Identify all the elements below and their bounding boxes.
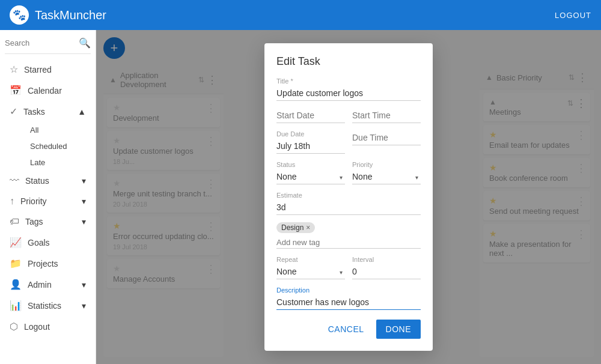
star-icon: ☆ (10, 64, 18, 75)
repeat-interval-row: Repeat None Daily Weekly Monthly ▾ (276, 256, 421, 287)
goals-icon: 📈 (10, 237, 22, 248)
edit-task-dialog: Edit Task Title * (264, 43, 433, 351)
sidebar-item-scheduled[interactable]: Scheduled (25, 138, 96, 154)
sidebar-item-label: Projects (28, 259, 58, 268)
interval-label: Interval (352, 256, 421, 263)
sidebar-item-calendar[interactable]: 📅 Calendar (0, 80, 96, 101)
sidebar-sub-label: Scheduled (30, 142, 67, 151)
sidebar: 🔍 ☆ Starred 📅 Calendar ✓ Tasks ▲ All Sch… (0, 30, 96, 364)
search-bar[interactable]: 🔍 (5, 37, 91, 54)
sidebar-item-label: Tags (25, 217, 43, 226)
priority-field: Priority None Low Medium High ▾ (352, 161, 421, 184)
due-row: Due Date (276, 130, 421, 161)
repeat-field: Repeat None Daily Weekly Monthly ▾ (276, 256, 345, 279)
layout: 🔍 ☆ Starred 📅 Calendar ✓ Tasks ▲ All Sch… (0, 30, 601, 364)
interval-input[interactable] (352, 264, 421, 279)
projects-icon: 📁 (10, 258, 22, 269)
tasks-icon: ✓ (10, 106, 17, 117)
sidebar-item-goals[interactable]: 📈 Goals (0, 232, 96, 253)
due-date-input[interactable] (276, 139, 345, 154)
chevron-down-icon: ▾ (82, 280, 86, 290)
interval-field: Interval (352, 256, 421, 279)
repeat-select[interactable]: None Daily Weekly Monthly (276, 264, 345, 279)
start-time-input[interactable] (352, 108, 421, 123)
statistics-icon: 📊 (10, 300, 22, 311)
sidebar-item-tags[interactable]: 🏷 Tags ▾ (0, 211, 96, 232)
title-input[interactable] (276, 86, 421, 101)
priority-select[interactable]: None Low Medium High (352, 169, 421, 184)
description-input[interactable] (276, 295, 421, 310)
start-date-input[interactable] (276, 108, 345, 123)
estimate-label: Estimate (276, 192, 421, 199)
sidebar-item-projects[interactable]: 📁 Projects (0, 253, 96, 274)
start-time-field (352, 108, 421, 123)
sidebar-item-label: Tasks (23, 107, 45, 117)
title-field: Title * (276, 77, 421, 101)
sidebar-item-tasks[interactable]: ✓ Tasks ▲ (0, 101, 96, 122)
tag-design: Design × (276, 222, 315, 233)
description-label: Description (276, 287, 421, 294)
navbar-left: 🐾 TaskMuncher (10, 5, 106, 25)
tag-list: Design × (276, 222, 421, 233)
tags-icon: 🏷 (10, 216, 19, 227)
sidebar-item-late[interactable]: Late (25, 154, 96, 171)
app-logo: 🐾 (10, 5, 29, 25)
cancel-button[interactable]: CANCEL (321, 320, 371, 339)
logout-button[interactable]: LOGOUT (555, 11, 591, 20)
title-label: Title * (276, 77, 421, 85)
sidebar-item-all[interactable]: All (25, 122, 96, 138)
sidebar-item-priority[interactable]: ↑ Priority ▾ (0, 191, 96, 211)
due-date-field: Due Date (276, 130, 345, 154)
chevron-down-icon: ▾ (82, 217, 86, 226)
tags-area: Design × (276, 222, 421, 249)
sidebar-sub-label: Late (30, 158, 45, 167)
sidebar-item-label: Logout (24, 322, 50, 332)
tasks-submenu: All Scheduled Late (0, 122, 96, 171)
tag-remove-icon[interactable]: × (306, 223, 310, 232)
chevron-down-icon: ▾ (82, 301, 86, 311)
admin-icon: 👤 (10, 279, 22, 290)
status-field: Status None Active Completed On Hold ▾ (276, 161, 345, 184)
start-date-field (276, 108, 345, 123)
search-icon: 🔍 (79, 37, 91, 49)
dialog-overlay: Edit Task Title * (96, 30, 601, 364)
estimate-input[interactable] (276, 200, 421, 215)
app-title: TaskMuncher (35, 8, 106, 22)
logo-icon: 🐾 (13, 8, 26, 22)
sidebar-item-admin[interactable]: 👤 Admin ▾ (0, 274, 96, 295)
calendar-icon: 📅 (10, 85, 22, 96)
status-label: Status (276, 161, 345, 168)
repeat-label: Repeat (276, 256, 345, 263)
start-row (276, 108, 421, 130)
sidebar-item-label: Statistics (28, 301, 61, 311)
chevron-down-icon: ▾ (82, 176, 86, 186)
sidebar-item-status[interactable]: 〰 Status ▾ (0, 171, 96, 191)
logout-sidebar-icon: ⬡ (10, 321, 18, 332)
description-field: Description (276, 287, 421, 310)
priority-label: Priority (352, 161, 421, 168)
dialog-title: Edit Task (276, 55, 421, 68)
due-date-label: Due Date (276, 130, 345, 138)
dialog-actions: CANCEL DONE (276, 320, 421, 339)
status-icon: 〰 (10, 175, 19, 186)
sidebar-sub-label: All (30, 126, 38, 135)
sidebar-item-statistics[interactable]: 📊 Statistics ▾ (0, 295, 96, 316)
due-time-input[interactable] (352, 130, 421, 145)
estimate-field: Estimate (276, 192, 421, 215)
sidebar-item-label: Priority (20, 196, 47, 206)
sidebar-item-label: Calendar (28, 86, 62, 96)
navbar: 🐾 TaskMuncher LOGOUT (0, 0, 601, 30)
chevron-up-icon: ▲ (78, 107, 86, 117)
priority-icon: ↑ (10, 196, 14, 207)
due-time-field (352, 130, 421, 154)
search-input[interactable] (5, 38, 79, 47)
sidebar-item-logout[interactable]: ⬡ Logout (0, 316, 96, 337)
sidebar-item-starred[interactable]: ☆ Starred (0, 59, 96, 80)
done-button[interactable]: DONE (376, 320, 421, 339)
add-tag-input[interactable] (276, 237, 421, 249)
main-content: + ▲ Application Development ⇅ ⋮ (96, 30, 601, 364)
chevron-down-icon: ▾ (82, 196, 86, 206)
tag-label: Design (281, 223, 304, 232)
sidebar-item-label: Goals (28, 238, 50, 247)
status-select[interactable]: None Active Completed On Hold (276, 169, 345, 184)
